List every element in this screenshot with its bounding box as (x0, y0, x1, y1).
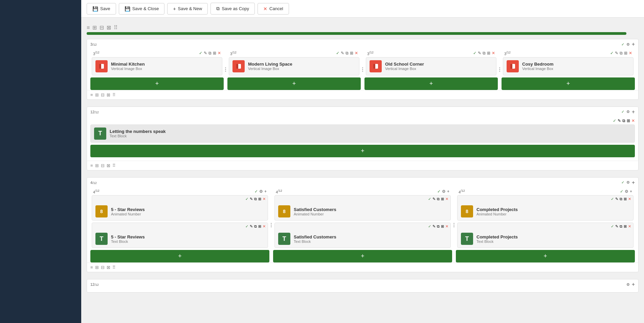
wc-copy-comp-t[interactable]: ⧉ (620, 224, 622, 229)
save-close-button[interactable]: 💾 Save & Close (119, 3, 165, 15)
col-copy-4[interactable]: ⧉ (620, 51, 623, 55)
col-gear-completed[interactable]: ⚙ (625, 189, 628, 194)
ra-close-1[interactable]: ✕ (641, 73, 644, 83)
wc-close-star[interactable]: ✕ (263, 197, 266, 201)
col-check-2[interactable]: ✓ (336, 51, 339, 55)
layout-3col-2[interactable]: ⊟ (101, 163, 105, 168)
row-add-icon-2[interactable]: + (632, 109, 635, 115)
layout-dots-2[interactable]: ⠿ (112, 163, 116, 168)
wc-close-comp-t[interactable]: ✕ (628, 224, 631, 229)
save-copy-button[interactable]: ⧉ Save as Copy (210, 3, 255, 15)
add-btn-satisfied[interactable]: + (273, 250, 452, 262)
ra-close-2[interactable]: ✕ (641, 141, 644, 151)
row-check-icon-3[interactable]: ✓ (621, 180, 624, 185)
widget-copy-text-block[interactable]: ⧉ (622, 118, 625, 123)
layout-3col-3[interactable]: ⊟ (101, 265, 105, 270)
ra-copy-1[interactable]: ⧉ (641, 63, 644, 72)
col-pencil-4[interactable]: ✎ (615, 51, 618, 55)
row-gear-icon-3[interactable]: ⚙ (626, 180, 630, 185)
col-check-completed[interactable]: ✓ (620, 189, 623, 194)
add-btn-col-2[interactable]: + (227, 77, 361, 90)
row-gear-icon-4[interactable]: ⚙ (626, 282, 630, 287)
ra-gear-1[interactable]: ⚙ (641, 52, 644, 61)
col-dup-1[interactable]: ⊞ (213, 51, 216, 55)
widget-close-text-block[interactable]: ✕ (631, 118, 635, 123)
layout-lines-2[interactable]: ≡ (90, 163, 93, 168)
widget-pencil-text-block[interactable]: ✎ (618, 118, 621, 123)
layout-4col-3[interactable]: ⊠ (107, 265, 110, 270)
wc-dup-comp-t[interactable]: ⊞ (624, 224, 627, 229)
row-gear-icon-1[interactable]: ⚙ (626, 42, 630, 47)
layout-icon-grid4[interactable]: ⊠ (107, 24, 111, 31)
col-close-2[interactable]: ✕ (355, 51, 358, 55)
col-gear-star[interactable]: ⚙ (259, 189, 263, 194)
layout-lines-3[interactable]: ≡ (90, 265, 93, 270)
wc-copy-sat-t[interactable]: ⧉ (437, 224, 440, 229)
layout-lines-1[interactable]: ≡ (90, 92, 93, 97)
layout-4col-2[interactable]: ⊠ (107, 163, 110, 168)
col-check-satisfied[interactable]: ✓ (437, 189, 441, 194)
col-close-3[interactable]: ✕ (492, 51, 495, 55)
wc-dup-star-t[interactable]: ⊞ (258, 224, 261, 229)
ra-check-1[interactable]: ✓ (641, 41, 644, 50)
wc-pencil-star-t[interactable]: ✎ (250, 224, 253, 229)
wc-pencil-sat-t[interactable]: ✎ (432, 224, 436, 229)
col-check-3[interactable]: ✓ (473, 51, 476, 55)
col-gear-satisfied[interactable]: ⚙ (442, 189, 446, 194)
ra-check-3[interactable]: ✓ (641, 179, 644, 189)
wc-pencil-comp[interactable]: ✎ (615, 197, 618, 201)
layout-2col-1[interactable]: ⊞ (95, 92, 99, 97)
layout-dots-1[interactable]: ⠿ (112, 92, 116, 97)
add-btn-completed[interactable]: + (456, 250, 635, 262)
wc-pencil-comp-t[interactable]: ✎ (615, 224, 618, 229)
col-dup-2[interactable]: ⊞ (350, 51, 353, 55)
wc-dup-sat[interactable]: ⊞ (441, 197, 444, 201)
col-add-completed[interactable]: + (630, 189, 632, 194)
ra-copy-3[interactable]: ⧉ (641, 201, 644, 210)
cancel-button[interactable]: ✕ Cancel (258, 3, 289, 15)
wc-copy-star[interactable]: ⧉ (254, 197, 257, 201)
add-btn-col-4[interactable]: + (502, 77, 635, 90)
col-add-satisfied[interactable]: + (447, 189, 449, 194)
col-close-4[interactable]: ✕ (629, 51, 632, 55)
row-add-icon-1[interactable]: + (632, 41, 635, 47)
col-check-1[interactable]: ✓ (199, 51, 202, 55)
wc-close-sat[interactable]: ✕ (445, 197, 448, 201)
add-btn-col-3[interactable]: + (364, 77, 498, 90)
widget-dup-text-block[interactable]: ⊞ (627, 118, 630, 123)
col-check-4[interactable]: ✓ (610, 51, 614, 55)
layout-3col-1[interactable]: ⊟ (101, 92, 105, 97)
col-dup-3[interactable]: ⊞ (487, 51, 490, 55)
wc-check-sat-t[interactable]: ✓ (428, 224, 431, 229)
ra-gear-2[interactable]: ⚙ (641, 119, 644, 129)
row-add-icon-3[interactable]: + (632, 180, 635, 186)
wc-check-star[interactable]: ✓ (245, 197, 248, 201)
col-add-star[interactable]: + (264, 189, 267, 194)
wc-copy-sat[interactable]: ⧉ (437, 197, 440, 201)
wc-copy-comp[interactable]: ⧉ (620, 197, 622, 201)
wc-copy-star-t[interactable]: ⧉ (254, 224, 257, 229)
wc-close-comp[interactable]: ✕ (628, 197, 631, 201)
layout-icon-dots[interactable]: ⠿ (114, 24, 118, 31)
widget-check-text-block[interactable]: ✓ (613, 118, 616, 123)
layout-dots-3[interactable]: ⠿ (112, 265, 116, 270)
layout-icon-grid2[interactable]: ⊞ (92, 24, 97, 31)
col-copy-2[interactable]: ⧉ (346, 51, 349, 55)
add-btn-col-1[interactable]: + (90, 77, 224, 90)
layout-2col-3[interactable]: ⊞ (95, 265, 99, 270)
layout-icon-grid3[interactable]: ⊟ (99, 24, 104, 31)
wc-check-comp-t[interactable]: ✓ (611, 224, 614, 229)
ra-gear-3[interactable]: ⚙ (641, 190, 644, 200)
ra-check-2[interactable]: ✓ (641, 109, 644, 118)
add-btn-star[interactable]: + (90, 250, 269, 262)
layout-2col-2[interactable]: ⊞ (95, 163, 99, 168)
row-check-icon-2[interactable]: ✓ (621, 110, 624, 114)
layout-4col-1[interactable]: ⊠ (107, 92, 110, 97)
wc-check-sat[interactable]: ✓ (428, 197, 431, 201)
wc-pencil-sat[interactable]: ✎ (432, 197, 436, 201)
wc-dup-star[interactable]: ⊞ (258, 197, 261, 201)
ra-copy-2[interactable]: ⧉ (641, 130, 644, 140)
row-check-icon-1[interactable]: ✓ (621, 42, 624, 47)
wc-dup-sat-t[interactable]: ⊞ (441, 224, 444, 229)
col-copy-3[interactable]: ⧉ (483, 51, 486, 55)
